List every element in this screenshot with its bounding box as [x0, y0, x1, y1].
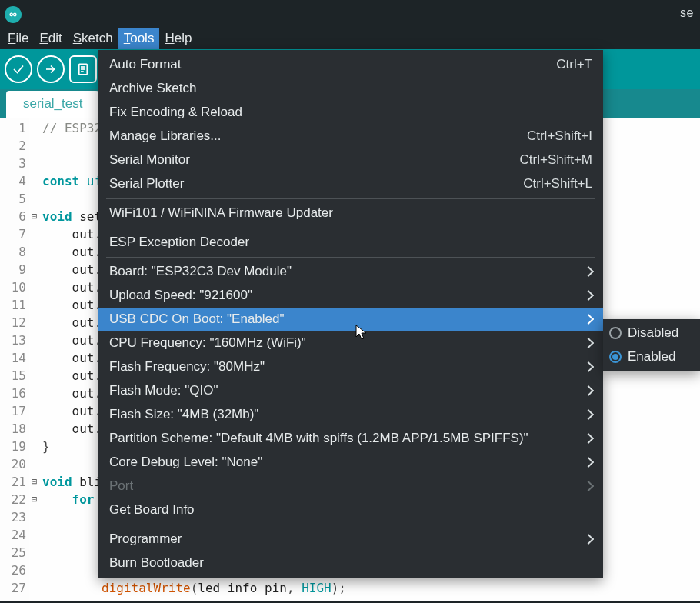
- verify-button[interactable]: [5, 55, 32, 83]
- chevron-right-icon: [583, 385, 594, 396]
- menu-usb-cdc-on-boot[interactable]: USB CDC On Boot: "Enabled": [98, 308, 603, 331]
- menu-file[interactable]: File: [2, 28, 34, 49]
- menu-programmer[interactable]: Programmer: [98, 528, 603, 551]
- menu-sketch[interactable]: Sketch: [68, 28, 118, 49]
- chevron-right-icon: [583, 433, 594, 444]
- arduino-app-icon: [5, 6, 22, 23]
- menu-flash-frequency[interactable]: Flash Frequency: "80MHz": [98, 355, 603, 379]
- menu-get-board-info[interactable]: Get Board Info: [98, 498, 603, 522]
- radio-icon: [609, 327, 622, 339]
- menu-edit[interactable]: Edit: [34, 28, 67, 49]
- menu-manage-libraries[interactable]: Manage Libraries... Ctrl+Shift+I: [98, 125, 603, 148]
- menu-separator: [106, 198, 595, 199]
- submenu-enabled[interactable]: Enabled: [603, 345, 700, 369]
- usb-cdc-submenu: Disabled Enabled: [603, 319, 700, 371]
- upload-button[interactable]: [37, 55, 65, 83]
- chevron-right-icon: [583, 534, 594, 545]
- new-sketch-button[interactable]: [69, 55, 97, 83]
- menu-fix-encoding[interactable]: Fix Encoding & Reload: [98, 101, 603, 125]
- menu-separator: [106, 525, 595, 525]
- menu-esp-exception-decoder[interactable]: ESP Exception Decoder: [98, 231, 603, 255]
- menubar: File Edit Sketch Tools Help: [0, 28, 700, 49]
- menu-flash-mode[interactable]: Flash Mode: "QIO": [98, 379, 603, 403]
- menu-port[interactable]: Port: [98, 475, 603, 498]
- check-icon: [12, 62, 25, 76]
- menu-help[interactable]: Help: [159, 28, 197, 49]
- menu-serial-monitor[interactable]: Serial Monitor Ctrl+Shift+M: [98, 148, 603, 172]
- menu-core-debug-level[interactable]: Core Debug Level: "None": [98, 451, 603, 475]
- submenu-disabled[interactable]: Disabled: [603, 321, 700, 345]
- window-titlebar: se: [0, 0, 700, 28]
- menu-auto-format[interactable]: Auto Format Ctrl+T: [98, 53, 603, 77]
- chevron-right-icon: [583, 361, 594, 372]
- menu-serial-plotter[interactable]: Serial Plotter Ctrl+Shift+L: [98, 172, 603, 196]
- line-number-gutter: 1234567891011121314151617181920212223242…: [0, 118, 29, 601]
- chevron-right-icon: [583, 409, 594, 420]
- menu-tools[interactable]: Tools: [118, 28, 160, 49]
- menu-burn-bootloader[interactable]: Burn Bootloader: [98, 551, 603, 575]
- chevron-right-icon: [583, 290, 594, 301]
- arrow-right-icon: [44, 62, 58, 76]
- chevron-right-icon: [583, 266, 594, 277]
- menu-flash-size[interactable]: Flash Size: "4MB (32Mb)": [98, 403, 603, 427]
- menu-separator: [106, 257, 595, 258]
- menu-upload-speed[interactable]: Upload Speed: "921600": [98, 284, 603, 308]
- page-icon: [76, 62, 90, 76]
- chevron-right-icon: [583, 338, 594, 348]
- tools-menu-dropdown: Auto Format Ctrl+T Archive Sketch Fix En…: [98, 50, 603, 578]
- menu-cpu-frequency[interactable]: CPU Frequency: "160MHz (WiFi)": [98, 331, 603, 355]
- chevron-right-icon: [583, 457, 594, 468]
- tab-serial-test[interactable]: serial_test: [6, 91, 99, 118]
- menu-wifi-updater[interactable]: WiFi101 / WiFiNINA Firmware Updater: [98, 202, 603, 225]
- menu-separator: [106, 228, 595, 228]
- menu-partition-scheme[interactable]: Partition Scheme: "Default 4MB with spif…: [98, 427, 603, 451]
- chevron-right-icon: [583, 314, 594, 325]
- window-title-partial: se: [680, 6, 694, 20]
- menu-board[interactable]: Board: "ESP32C3 Dev Module": [98, 260, 603, 284]
- fold-gutter: ⊟⊟⊟: [29, 118, 39, 601]
- menu-archive-sketch[interactable]: Archive Sketch: [98, 77, 603, 101]
- radio-checked-icon: [609, 351, 622, 363]
- chevron-right-icon: [583, 481, 594, 491]
